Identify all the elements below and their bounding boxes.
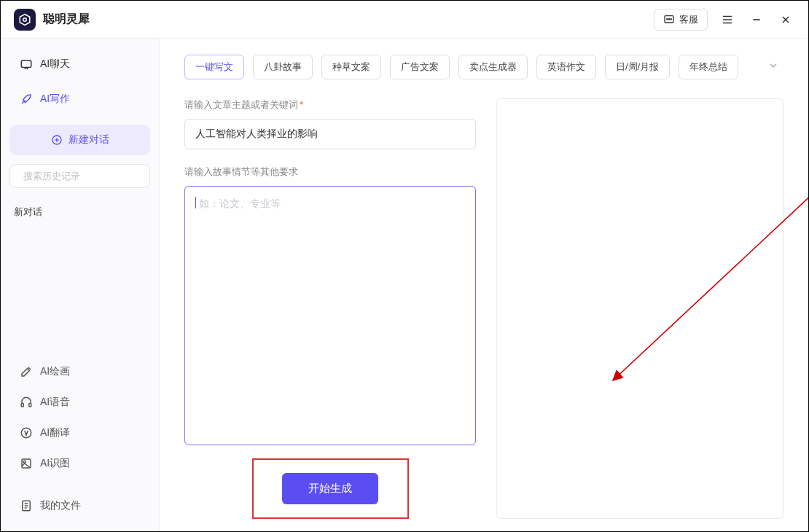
chat-icon [20, 58, 33, 71]
search-box[interactable] [9, 164, 150, 188]
sidebar-nav-label: AI聊天 [40, 58, 70, 71]
image-scan-icon [20, 457, 33, 470]
details-label: 请输入故事情节等其他要求 [184, 165, 476, 179]
tab-gossip[interactable]: 八卦故事 [253, 55, 313, 79]
tool-label: AI语音 [40, 396, 70, 409]
svg-rect-12 [21, 60, 31, 68]
svg-point-23 [23, 461, 26, 463]
chevron-down-icon [767, 60, 779, 71]
svg-point-4 [668, 18, 669, 19]
sidebar-my-files[interactable]: 我的文件 [9, 490, 150, 521]
headphones-icon [20, 396, 33, 409]
topic-input[interactable] [184, 119, 476, 149]
sidebar-nav-chat[interactable]: AI聊天 [9, 49, 150, 79]
tab-report[interactable]: 日/周/月报 [605, 55, 670, 79]
menu-button[interactable] [718, 10, 737, 29]
svg-point-1 [23, 17, 27, 21]
tool-label: AI识图 [40, 457, 70, 470]
brush-icon [20, 365, 33, 378]
tab-year-end[interactable]: 年终总结 [679, 55, 738, 79]
generate-highlight-box: 开始生成 [252, 458, 409, 519]
app-logo [14, 9, 36, 31]
tab-selling-point[interactable]: 卖点生成器 [458, 55, 528, 79]
svg-point-5 [671, 18, 671, 19]
feather-icon [20, 93, 33, 106]
chat-bubble-icon [663, 14, 675, 26]
sidebar-tool-draw[interactable]: AI绘画 [9, 356, 150, 387]
svg-rect-20 [29, 404, 31, 407]
preview-panel [496, 98, 783, 519]
template-tabs: 一键写文 八卦故事 种草文案 广告文案 卖点生成器 英语作文 日/周/月报 年终… [184, 55, 783, 79]
new-chat-label: 新建对话 [69, 133, 109, 146]
new-chat-button[interactable]: 新建对话 [9, 125, 150, 155]
minimize-button[interactable] [747, 10, 766, 29]
tab-english[interactable]: 英语作文 [536, 55, 596, 79]
generate-button[interactable]: 开始生成 [282, 473, 378, 504]
tab-ad[interactable]: 广告文案 [390, 55, 450, 79]
tab-seeding[interactable]: 种草文案 [321, 55, 381, 79]
close-icon [780, 14, 792, 26]
sidebar-tool-voice[interactable]: AI语音 [9, 387, 150, 418]
tool-label: AI绘画 [40, 365, 70, 378]
minimize-icon [751, 14, 762, 26]
search-input[interactable] [23, 171, 146, 181]
file-icon [20, 499, 33, 512]
topic-label: 请输入文章主题或者关键词* [184, 98, 476, 112]
details-placeholder: 如：论文、专业等 [195, 197, 281, 209]
sidebar-nav-label: AI写作 [40, 93, 70, 106]
support-label: 客服 [679, 13, 698, 26]
tabs-expand-button[interactable] [763, 55, 783, 79]
my-files-label: 我的文件 [40, 499, 81, 512]
close-button[interactable] [776, 10, 795, 29]
app-title: 聪明灵犀 [43, 12, 90, 27]
svg-marker-0 [20, 14, 30, 25]
history-item[interactable]: 新对话 [9, 198, 150, 226]
details-textarea[interactable]: 如：论文、专业等 [184, 186, 476, 445]
support-button[interactable]: 客服 [654, 9, 708, 31]
svg-rect-19 [21, 404, 23, 407]
tab-one-click[interactable]: 一键写文 [184, 55, 244, 79]
translate-icon [20, 426, 33, 439]
titlebar: 聪明灵犀 客服 [1, 1, 808, 39]
form-column: 请输入文章主题或者关键词* 请输入故事情节等其他要求 如：论文、专业等 开始生成 [184, 98, 476, 519]
tool-label: AI翻译 [40, 426, 70, 439]
svg-point-3 [667, 18, 668, 19]
plus-circle-icon [51, 134, 63, 146]
menu-icon [721, 13, 734, 26]
sidebar-tool-translate[interactable]: AI翻译 [9, 418, 150, 448]
sidebar: AI聊天 AI写作 新建对话 新对话 AI绘画 AI语音 AI翻译 [1, 39, 160, 531]
sidebar-nav-write[interactable]: AI写作 [9, 84, 150, 114]
sidebar-tool-image[interactable]: AI识图 [9, 448, 150, 479]
main-content: 一键写文 八卦故事 种草文案 广告文案 卖点生成器 英语作文 日/周/月报 年终… [160, 39, 808, 531]
